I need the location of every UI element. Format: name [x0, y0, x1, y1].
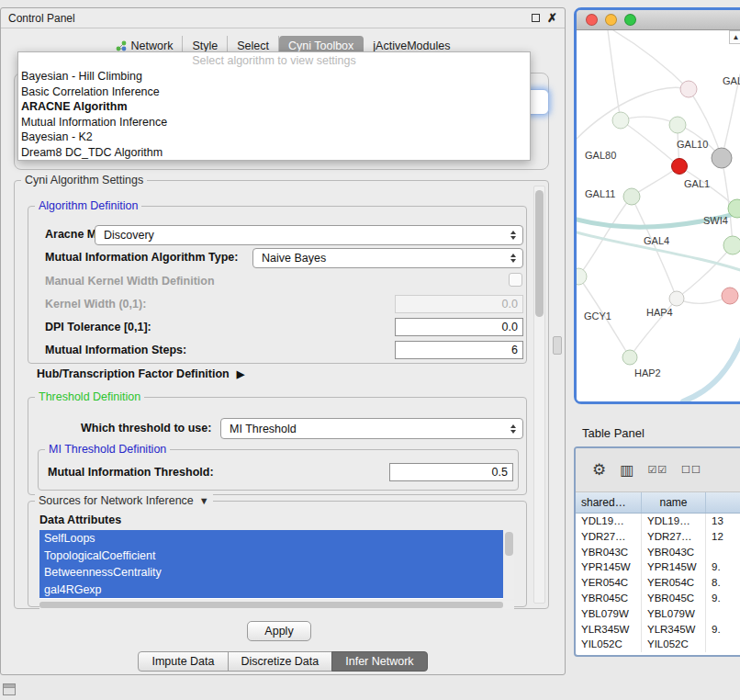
- data-attributes-list[interactable]: SelfLoopsTopologicalCoefficientBetweenne…: [39, 530, 514, 599]
- sources-group-title[interactable]: Sources for Network Inference ▼: [35, 494, 213, 507]
- bottom-tab-impute-data[interactable]: Impute Data: [138, 651, 228, 672]
- graph-node[interactable]: [623, 188, 640, 205]
- attribute-item[interactable]: SelfLoops: [39, 530, 503, 548]
- scroll-up-icon[interactable]: ▲: [729, 30, 740, 44]
- unchecked-boxes-icon[interactable]: ☐☐: [681, 464, 701, 476]
- close-window-icon[interactable]: ✗: [547, 12, 557, 24]
- which-threshold-select[interactable]: MI Threshold: [220, 418, 523, 439]
- collapse-right-icon: ▶: [237, 368, 244, 380]
- graph-edge: [722, 74, 740, 158]
- table-row[interactable]: YDL19…YDL19…13: [576, 514, 740, 529]
- checked-boxes-icon[interactable]: ☑☑: [647, 464, 667, 476]
- table-row[interactable]: YPR145WYPR145W9.: [576, 559, 740, 575]
- table-row[interactable]: YER054CYER054C8.: [576, 575, 740, 591]
- table-row[interactable]: YIL052CYIL052C: [576, 637, 740, 652]
- attribute-item[interactable]: BetweennessCentrality: [39, 564, 503, 581]
- zoom-traffic-light[interactable]: [624, 14, 636, 26]
- mi-type-select[interactable]: Naive Bayes: [252, 248, 523, 268]
- attribute-item[interactable]: gal4RGexp: [39, 581, 503, 599]
- gear-icon[interactable]: ⚙: [592, 460, 606, 480]
- graph-node[interactable]: [669, 291, 684, 306]
- algorithm-option[interactable]: Mutual Information Inference: [18, 115, 530, 130]
- attribute-item[interactable]: TopologicalCoefficient: [39, 548, 503, 565]
- sources-group: Sources for Network Inference ▼ Data Att…: [28, 501, 527, 607]
- tab-label: Cyni Toolbox: [288, 40, 353, 52]
- table-row[interactable]: YBR043CYBR043C: [576, 545, 740, 560]
- hub-definition-toggle[interactable]: Hub/Transcription Factor Definition ▶: [37, 367, 244, 380]
- table-cell: YBL079W: [576, 606, 642, 622]
- settings-scrollbar[interactable]: [533, 186, 545, 604]
- float-window-icon[interactable]: [532, 14, 540, 22]
- network-window-titlebar[interactable]: [577, 10, 740, 30]
- threshold-definition-title: Threshold Definition: [35, 390, 144, 403]
- algorithm-option[interactable]: Basic Correlation Inference: [18, 85, 530, 100]
- kernel-width-input[interactable]: [395, 295, 523, 313]
- attributes-scrollbar[interactable]: [503, 530, 514, 599]
- aracne-mode-select[interactable]: Discovery: [95, 225, 523, 245]
- attributes-scrollbar-thumb[interactable]: [505, 532, 513, 556]
- kernel-width-label: Kernel Width (0,1):: [45, 298, 146, 310]
- bottom-tab-infer-network[interactable]: Infer Network: [331, 651, 427, 672]
- column-header[interactable]: name: [642, 492, 706, 513]
- tab-label: Select: [237, 40, 269, 52]
- column-header[interactable]: shared…: [576, 492, 642, 513]
- which-threshold-value: MI Threshold: [230, 423, 505, 435]
- mi-steps-input[interactable]: [395, 341, 523, 359]
- algorithm-option[interactable]: Bayesian - Hill Climbing: [18, 69, 530, 85]
- columns-icon[interactable]: ▥: [620, 461, 633, 479]
- table-row[interactable]: YDR27…YDR27…12: [576, 529, 740, 545]
- graph-node-label: GAL4: [644, 235, 669, 246]
- control-panel-titlebar[interactable]: Control Panel ✗: [1, 8, 565, 28]
- minimize-traffic-light[interactable]: [605, 14, 617, 26]
- graph-node[interactable]: [612, 112, 629, 129]
- settings-scrollbar-thumb[interactable]: [535, 190, 544, 317]
- table-cell: YER054C: [576, 575, 642, 591]
- close-traffic-light[interactable]: [586, 14, 598, 26]
- column-header[interactable]: [706, 492, 740, 513]
- panel-splitter-handle[interactable]: [553, 336, 562, 355]
- graph-node-label: GCY1: [584, 310, 611, 322]
- graph-node[interactable]: [669, 117, 686, 133]
- graph-node-label: GAL11: [585, 188, 615, 199]
- settings-group-title: Cyni Algorithm Settings: [21, 174, 147, 186]
- algorithm-option[interactable]: ARACNE Algorithm: [18, 99, 530, 115]
- graph-node-label: HAP2: [634, 367, 661, 378]
- graph-node[interactable]: [622, 350, 637, 365]
- network-graph[interactable]: GAL80GAL10GAL1GAL11SWI4GAL4GCY1HAP4HAP2G…: [577, 30, 740, 401]
- graph-node[interactable]: [722, 288, 738, 304]
- table-cell: YDR27…: [576, 529, 642, 545]
- table-header[interactable]: shared…name: [576, 492, 740, 514]
- table-cell: 9.: [706, 622, 740, 638]
- graph-node[interactable]: [723, 236, 740, 254]
- attributes-hscrollbar-thumb[interactable]: [39, 602, 503, 608]
- graph-node[interactable]: [680, 81, 697, 97]
- graph-node-label: HAP4: [646, 307, 673, 318]
- table-cell: YPR145W: [576, 559, 642, 575]
- algorithm-option[interactable]: Dream8 DC_TDC Algorithm: [18, 145, 530, 161]
- table-panel-window: ⚙ ▥ ☑☑ ☐☐ shared…name YDL19…YDL19…13YDR2…: [574, 446, 740, 657]
- algorithm-definition-title: Algorithm Definition: [35, 199, 141, 212]
- dpi-tolerance-input[interactable]: [395, 318, 523, 336]
- table-cell: YBR043C: [576, 545, 642, 560]
- attributes-hscrollbar[interactable]: [39, 601, 514, 609]
- table-cell: YBL079W: [642, 606, 706, 622]
- table-row[interactable]: YBL079WYBL079W: [576, 606, 740, 622]
- manual-kernel-checkbox[interactable]: [509, 273, 522, 287]
- apply-button[interactable]: Apply: [247, 621, 311, 641]
- table-cell: [706, 606, 740, 622]
- table-cell: YER054C: [642, 575, 706, 591]
- algorithm-option[interactable]: Bayesian - K2: [18, 130, 530, 145]
- dropdown-placeholder: Select algorithm to view settings: [18, 53, 530, 69]
- graph-node[interactable]: [672, 159, 688, 175]
- combo-arrows-icon: [510, 254, 516, 263]
- table-row[interactable]: YBR045CYBR045C9.: [576, 591, 740, 606]
- mi-threshold-input[interactable]: [389, 463, 513, 481]
- threshold-definition-group: Threshold Definition Which threshold to …: [28, 397, 527, 495]
- graph-node[interactable]: [577, 268, 587, 285]
- table-row[interactable]: YLR345WYLR345W9.: [576, 622, 740, 638]
- graph-node[interactable]: [712, 148, 732, 168]
- minimized-panel-icon[interactable]: [3, 683, 16, 695]
- network-canvas[interactable]: GAL80GAL10GAL1GAL11SWI4GAL4GCY1HAP4HAP2G…: [577, 30, 740, 401]
- table-cell: 12: [706, 529, 740, 545]
- bottom-tab-discretize-data[interactable]: Discretize Data: [228, 651, 333, 672]
